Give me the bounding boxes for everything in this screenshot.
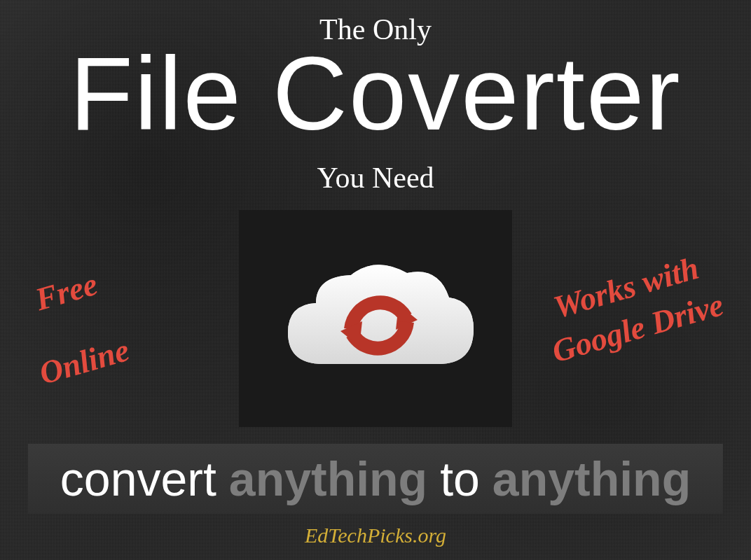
footer-url: EdTechPicks.org (305, 524, 446, 547)
tagline-word-to: to (440, 451, 480, 506)
tagline-word-anything-1: anything (229, 451, 427, 506)
tagline-bar: convert anything to anything (28, 444, 723, 514)
feature-google-drive-label: Works with Google Drive (519, 239, 744, 377)
feature-free-label: Free (31, 265, 102, 318)
subtitle-text: You Need (317, 161, 434, 195)
cloud-sync-icon (270, 248, 481, 388)
main-title: File Coverter (69, 42, 681, 146)
tagline-word-anything-2: anything (492, 451, 691, 506)
feature-online-label: Online (35, 331, 133, 392)
tagline-word-convert: convert (60, 451, 216, 506)
logo-container (239, 210, 512, 427)
